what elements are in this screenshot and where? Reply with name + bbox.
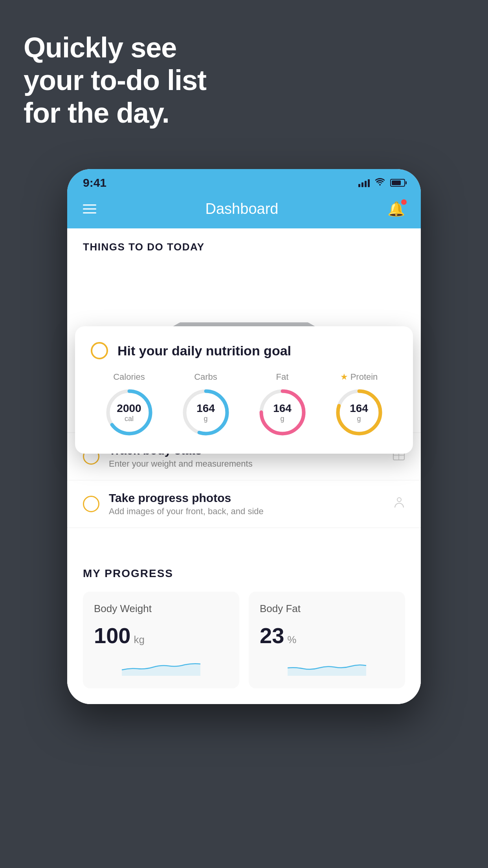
carbs-ring: 164 g bbox=[180, 387, 231, 438]
protein-value: 164 bbox=[350, 402, 368, 415]
fat-unit: g bbox=[273, 415, 292, 423]
hero-line3: for the day. bbox=[24, 97, 206, 129]
nutrition-goal-checkbox[interactable] bbox=[91, 342, 108, 359]
progress-cards: Body Weight 100 kg Body Fat 23 % bbox=[83, 592, 405, 688]
protein-ring: 164 g bbox=[334, 387, 385, 438]
progress-title: MY PROGRESS bbox=[83, 567, 405, 580]
body-weight-label: Body Weight bbox=[94, 603, 228, 615]
signal-icon bbox=[358, 178, 370, 187]
status-bar: 9:41 bbox=[67, 169, 421, 193]
protein-label: ★ Protein bbox=[340, 372, 378, 382]
metric-carbs: Carbs 164 g bbox=[180, 372, 231, 438]
carbs-unit: g bbox=[196, 415, 215, 423]
status-time: 9:41 bbox=[83, 176, 106, 189]
status-icons bbox=[358, 178, 405, 188]
phone-bottom-spacer bbox=[67, 688, 421, 704]
body-fat-unit: % bbox=[287, 634, 296, 646]
hero-line2: your to-do list bbox=[24, 64, 206, 97]
calories-value: 2000 bbox=[117, 402, 141, 415]
person-icon bbox=[393, 497, 405, 512]
header-title: Dashboard bbox=[205, 200, 279, 217]
progress-card-body-fat: Body Fat 23 % bbox=[249, 592, 405, 688]
calories-unit: cal bbox=[117, 415, 141, 423]
things-to-do-header: THINGS TO DO TODAY bbox=[67, 228, 421, 259]
metric-protein: ★ Protein 164 g bbox=[334, 372, 385, 438]
body-weight-value-row: 100 kg bbox=[94, 623, 228, 648]
body-fat-label: Body Fat bbox=[260, 603, 394, 615]
todo-title-progress-photos: Take progress photos bbox=[109, 491, 384, 505]
body-fat-chart bbox=[260, 656, 394, 676]
todo-subtitle-body-stats: Enter your weight and measurements bbox=[109, 459, 383, 469]
notification-bell-icon[interactable]: 🔔 bbox=[387, 201, 405, 217]
body-weight-chart bbox=[94, 656, 228, 676]
calories-label: Calories bbox=[113, 372, 145, 382]
nutrition-metrics: Calories 2000 cal Carbs bbox=[91, 372, 397, 438]
todo-item-progress-photos[interactable]: Take progress photos Add images of your … bbox=[67, 480, 421, 528]
metric-fat: Fat 164 g bbox=[257, 372, 308, 438]
fat-ring: 164 g bbox=[257, 387, 308, 438]
fat-value: 164 bbox=[273, 402, 292, 415]
carbs-label: Carbs bbox=[194, 372, 217, 382]
menu-icon[interactable] bbox=[83, 204, 96, 213]
todo-subtitle-progress-photos: Add images of your front, back, and side bbox=[109, 506, 384, 517]
svg-point-3 bbox=[397, 498, 401, 502]
protein-unit: g bbox=[350, 415, 368, 423]
nutrition-card-title: Hit your daily nutrition goal bbox=[117, 343, 291, 359]
wifi-icon bbox=[375, 178, 385, 188]
battery-icon bbox=[390, 179, 405, 187]
hero-line1: Quickly see bbox=[24, 31, 206, 64]
body-fat-value-row: 23 % bbox=[260, 623, 394, 648]
carbs-value: 164 bbox=[196, 402, 215, 415]
notification-dot bbox=[401, 199, 407, 205]
todo-text-progress-photos: Take progress photos Add images of your … bbox=[109, 491, 384, 517]
calories-ring: 2000 cal bbox=[104, 387, 155, 438]
hero-text: Quickly see your to-do list for the day. bbox=[24, 31, 206, 129]
nutrition-card: Hit your daily nutrition goal Calories 2… bbox=[75, 326, 413, 454]
app-header: Dashboard 🔔 bbox=[67, 193, 421, 228]
metric-calories: Calories 2000 cal bbox=[104, 372, 155, 438]
body-weight-value: 100 bbox=[94, 623, 130, 648]
fat-label: Fat bbox=[276, 372, 289, 382]
star-icon: ★ bbox=[340, 372, 348, 382]
body-fat-value: 23 bbox=[260, 623, 284, 648]
content-area: THINGS TO DO TODAY Running Track your st… bbox=[67, 228, 421, 704]
body-weight-unit: kg bbox=[134, 634, 144, 646]
nutrition-card-header: Hit your daily nutrition goal bbox=[91, 342, 397, 359]
progress-section: MY PROGRESS Body Weight 100 kg B bbox=[67, 552, 421, 688]
todo-checkbox-progress-photos[interactable] bbox=[83, 496, 99, 512]
progress-card-body-weight: Body Weight 100 kg bbox=[83, 592, 239, 688]
